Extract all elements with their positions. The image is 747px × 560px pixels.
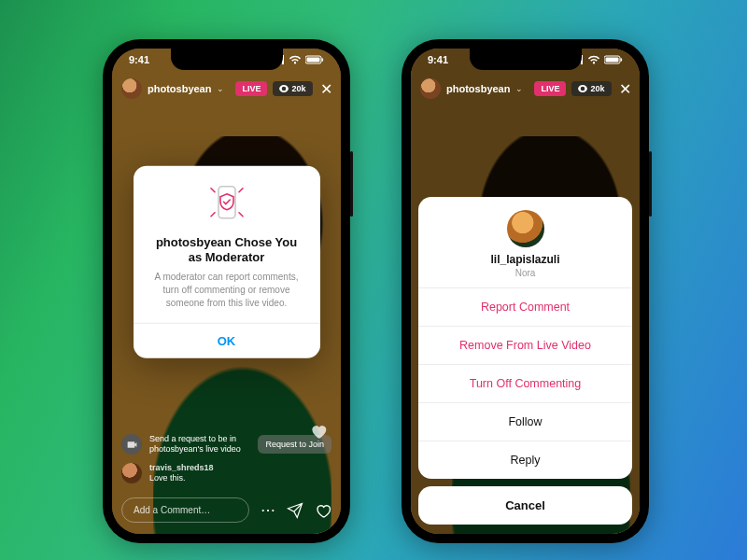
live-badge: LIVE bbox=[534, 81, 566, 96]
action-sheet: lil_lapislazuli Nora Report Comment Remo… bbox=[418, 197, 632, 525]
reply-button[interactable]: Reply bbox=[418, 441, 632, 479]
svg-line-4 bbox=[211, 189, 215, 192]
chevron-down-icon[interactable]: ⌄ bbox=[217, 84, 224, 93]
modal-title: photosbyean Chose You as Moderator bbox=[148, 235, 305, 266]
battery-icon bbox=[305, 55, 324, 64]
request-line-1: Send a request to be in bbox=[149, 434, 241, 444]
live-header: photosbyean ⌄ LIVE 20k ✕ bbox=[420, 78, 630, 99]
heart-reaction-icon bbox=[309, 422, 328, 444]
svg-rect-10 bbox=[621, 58, 623, 62]
moderator-shield-icon bbox=[205, 183, 248, 226]
sheet-header: lil_lapislazuli Nora bbox=[418, 197, 632, 287]
comment-text: Love this. bbox=[149, 473, 214, 483]
commenter-avatar bbox=[121, 463, 142, 483]
request-line-2: photosbyean's live video bbox=[149, 444, 241, 455]
sheet-username[interactable]: lil_lapislazuli bbox=[428, 253, 623, 266]
status-time: 9:41 bbox=[129, 54, 149, 65]
live-footer: Add a Comment… ⋯ bbox=[121, 497, 331, 523]
host-username[interactable]: photosbyean bbox=[446, 83, 510, 94]
host-username[interactable]: photosbyean bbox=[148, 83, 211, 94]
viewer-count-pill[interactable]: 20k bbox=[273, 81, 312, 96]
wifi-icon bbox=[289, 55, 302, 64]
comments-stack: Send a request to be in photosbyean's li… bbox=[121, 434, 331, 483]
follow-button[interactable]: Follow bbox=[418, 402, 632, 441]
live-header: photosbyean ⌄ LIVE 20k ✕ bbox=[121, 78, 331, 99]
host-avatar[interactable] bbox=[420, 78, 441, 99]
svg-rect-2 bbox=[322, 58, 324, 62]
svg-rect-1 bbox=[307, 58, 320, 63]
chevron-down-icon[interactable]: ⌄ bbox=[515, 84, 523, 93]
request-to-join-row: Send a request to be in photosbyean's li… bbox=[121, 434, 331, 455]
phone-notch bbox=[470, 49, 582, 70]
eye-icon bbox=[279, 85, 289, 92]
cancel-button[interactable]: Cancel bbox=[418, 486, 632, 525]
moderator-modal: photosbyean Chose You as Moderator A mod… bbox=[134, 166, 320, 359]
svg-line-5 bbox=[239, 189, 243, 192]
status-time: 9:41 bbox=[428, 54, 448, 65]
commenter-username: travis_shreds18 bbox=[149, 463, 214, 473]
phone-mockup-right: 9:41 photosbyean ⌄ LIVE 20k ✕ bbox=[402, 39, 649, 543]
wifi-icon bbox=[587, 55, 600, 64]
heart-icon[interactable] bbox=[315, 502, 331, 519]
comment-row[interactable]: travis_shreds18 Love this. bbox=[121, 463, 331, 484]
background-gradient: 9:41 photosbyean ⌄ LIVE 20k ✕ bbox=[0, 0, 747, 560]
modal-body-text: A moderator can report comments, turn of… bbox=[148, 271, 305, 310]
viewer-count: 20k bbox=[291, 84, 305, 93]
svg-line-7 bbox=[239, 213, 243, 217]
comment-input[interactable]: Add a Comment… bbox=[121, 497, 249, 523]
sheet-user-avatar[interactable] bbox=[507, 210, 544, 247]
close-icon[interactable]: ✕ bbox=[617, 80, 633, 98]
modal-ok-button[interactable]: OK bbox=[134, 323, 320, 358]
remove-from-live-button[interactable]: Remove From Live Video bbox=[418, 326, 632, 364]
send-icon[interactable] bbox=[287, 502, 303, 519]
turn-off-commenting-button[interactable]: Turn Off Commenting bbox=[418, 364, 632, 402]
viewer-count: 20k bbox=[590, 84, 604, 93]
svg-rect-9 bbox=[606, 58, 619, 63]
battery-icon bbox=[604, 55, 623, 64]
report-comment-button[interactable]: Report Comment bbox=[418, 287, 632, 326]
live-badge: LIVE bbox=[235, 81, 267, 96]
svg-line-6 bbox=[211, 213, 215, 217]
viewer-count-pill[interactable]: 20k bbox=[571, 81, 611, 96]
close-icon[interactable]: ✕ bbox=[318, 80, 334, 98]
phone-mockup-left: 9:41 photosbyean ⌄ LIVE 20k ✕ bbox=[103, 39, 350, 543]
camera-icon bbox=[121, 434, 142, 455]
host-avatar[interactable] bbox=[121, 78, 142, 99]
phone-screen: 9:41 photosbyean ⌄ LIVE 20k ✕ bbox=[112, 49, 341, 534]
more-options-icon[interactable]: ⋯ bbox=[261, 503, 275, 518]
sheet-display-name: Nora bbox=[428, 268, 623, 278]
phone-notch bbox=[171, 49, 283, 70]
phone-screen: 9:41 photosbyean ⌄ LIVE 20k ✕ bbox=[411, 49, 640, 534]
eye-icon bbox=[578, 85, 587, 92]
